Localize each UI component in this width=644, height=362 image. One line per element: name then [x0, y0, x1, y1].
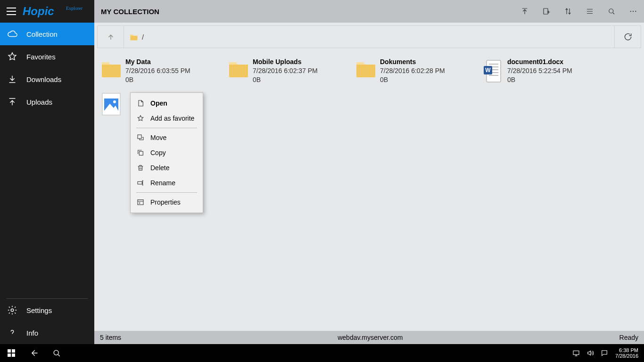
image-icon: [101, 90, 122, 117]
more-button[interactable]: [622, 0, 644, 23]
context-menu-open[interactable]: Open: [131, 96, 203, 111]
svg-point-17: [113, 100, 116, 103]
title-bar: MY COLLECTION: [94, 0, 644, 23]
context-menu-favorite[interactable]: Add as favorite: [131, 111, 203, 126]
page-title: MY COLLECTION: [101, 8, 514, 16]
context-menu-delete[interactable]: Delete: [131, 160, 203, 175]
start-button[interactable]: [0, 344, 23, 362]
context-menu: Open Add as favorite Move Copy Delete Re…: [130, 92, 203, 213]
context-menu-copy[interactable]: Copy: [131, 145, 203, 160]
folder-icon: [355, 58, 376, 84]
path-text: /: [142, 33, 144, 41]
svg-text:W: W: [485, 67, 491, 74]
star-outline-icon: [136, 114, 145, 123]
item-name: document01.docx: [507, 58, 606, 66]
taskbar: 6:38 PM 7/28/2016: [0, 344, 644, 362]
item-size: 0B: [507, 75, 606, 84]
rename-icon: [136, 179, 145, 187]
file-item[interactable]: W document01.docx 7/28/2016 5:22:54 PM 0…: [481, 58, 608, 90]
upload-icon: [7, 96, 18, 107]
context-menu-label: Properties: [150, 198, 181, 206]
svg-rect-21: [138, 200, 143, 205]
svg-point-5: [635, 11, 636, 12]
context-menu-label: Copy: [150, 149, 166, 156]
path-address[interactable]: /: [124, 26, 614, 48]
file-open-icon: [136, 99, 145, 107]
item-name: Mobile Uploads: [253, 58, 352, 66]
folder-item[interactable]: My Data 7/28/2016 6:03:55 PM 0B: [99, 58, 226, 90]
sidebar-item-collection[interactable]: Collection: [0, 23, 94, 45]
context-menu-label: Delete: [150, 164, 169, 172]
sidebar-item-settings[interactable]: Settings: [0, 299, 94, 321]
svg-rect-22: [8, 349, 11, 353]
sidebar-item-uploads[interactable]: Uploads: [0, 90, 94, 113]
app-brand: HopicExplorer: [23, 5, 94, 18]
folder-item[interactable]: Dokuments 7/28/2016 6:02:28 PM 0B: [354, 58, 481, 90]
tray-network-icon[interactable]: [569, 344, 583, 362]
item-date: 7/28/2016 6:03:55 PM: [125, 66, 224, 75]
context-menu-properties[interactable]: Properties: [131, 195, 203, 210]
item-date: 7/28/2016 6:02:28 PM: [380, 66, 479, 75]
svg-point-2: [609, 9, 613, 13]
context-menu-move[interactable]: Move: [131, 130, 203, 145]
status-right: Ready: [619, 334, 638, 341]
svg-rect-19: [139, 151, 143, 155]
path-up-button[interactable]: [98, 26, 124, 48]
brand-name: Hopic: [23, 5, 54, 17]
item-size: 0B: [380, 75, 479, 84]
status-center: webdav.myserver.com: [121, 334, 619, 341]
svg-rect-24: [8, 354, 11, 357]
sidebar-item-label: Settings: [26, 306, 52, 314]
sort-button[interactable]: [557, 0, 579, 23]
svg-point-4: [633, 11, 634, 12]
context-menu-separator: [136, 128, 197, 128]
cloud-icon: [7, 28, 18, 40]
folder-icon: [228, 58, 249, 84]
taskbar-clock[interactable]: 6:38 PM 7/28/2016: [611, 347, 642, 359]
sidebar-item-label: Info: [26, 329, 38, 337]
docx-icon: W: [483, 58, 504, 84]
sidebar-item-downloads[interactable]: Downloads: [0, 68, 94, 90]
folder-small-icon: [130, 33, 138, 41]
context-menu-label: Move: [150, 134, 166, 141]
sidebar-item-info[interactable]: Info: [0, 321, 94, 344]
taskbar-search-button[interactable]: [45, 344, 68, 362]
status-left: 5 items: [100, 334, 121, 341]
item-size: 0B: [125, 75, 224, 84]
svg-point-3: [630, 11, 631, 12]
path-bar: /: [97, 25, 641, 48]
svg-rect-23: [12, 349, 15, 353]
refresh-button[interactable]: [614, 26, 641, 48]
item-date: 7/28/2016 6:02:37 PM: [253, 66, 352, 75]
new-folder-button[interactable]: [536, 0, 557, 23]
view-list-button[interactable]: [579, 0, 601, 23]
item-size: 0B: [253, 75, 352, 84]
hamburger-button[interactable]: [0, 0, 23, 23]
brand-superscript: Explorer: [66, 6, 83, 11]
sidebar-item-label: Favorites: [26, 53, 56, 61]
move-icon: [136, 133, 145, 142]
properties-icon: [136, 198, 145, 206]
title-actions: [514, 0, 644, 23]
sidebar-header: HopicExplorer: [0, 0, 94, 23]
status-bar: 5 items webdav.myserver.com Ready: [94, 331, 644, 344]
context-menu-label: Add as favorite: [150, 115, 194, 122]
back-button[interactable]: [23, 344, 45, 362]
sidebar-item-label: Downloads: [26, 75, 61, 83]
sidebar: HopicExplorer Collection Favorites Downl…: [0, 0, 94, 344]
sidebar-item-favorites[interactable]: Favorites: [0, 45, 94, 68]
sidebar-item-label: Uploads: [26, 98, 52, 106]
svg-point-26: [54, 350, 58, 355]
context-menu-separator: [136, 192, 197, 193]
tray-volume-icon[interactable]: [583, 344, 597, 362]
upload-top-button[interactable]: [514, 0, 536, 23]
folder-item[interactable]: Mobile Uploads 7/28/2016 6:02:37 PM 0B: [226, 58, 354, 90]
search-button[interactable]: [601, 0, 622, 23]
star-icon: [7, 51, 18, 62]
context-menu-rename[interactable]: Rename: [131, 175, 203, 190]
sidebar-item-label: Collection: [26, 30, 58, 38]
taskbar-time: 6:38 PM: [615, 347, 638, 353]
download-icon: [7, 74, 18, 85]
tray-notifications-icon[interactable]: [597, 344, 611, 362]
item-name: My Data: [125, 58, 224, 66]
